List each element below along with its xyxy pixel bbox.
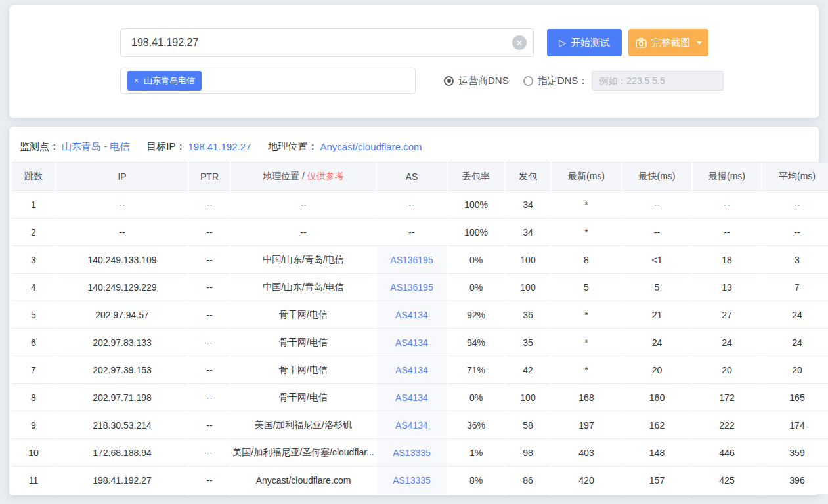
cell-avg: 20 [762, 356, 828, 384]
carrier-dns-label[interactable]: 运营商DNS [458, 75, 509, 87]
as-number-empty: -- [408, 200, 414, 210]
cell-hop: 1 [12, 191, 55, 219]
radio-checked-icon[interactable] [444, 76, 454, 86]
cell-latest: 197 [552, 411, 621, 439]
cell-avg: -- [762, 219, 828, 246]
cell-fastest: 157 [622, 467, 691, 494]
header-fastest: 最快(ms) [622, 162, 691, 191]
table-row: 3 140.249.133.109 -- 中国/山东/青岛/电信 AS13619… [12, 246, 828, 274]
cell-location: 中国/山东/青岛/电信 [231, 246, 376, 274]
carrier-dns-option[interactable]: 运营商DNS [444, 75, 509, 87]
table-row: 11 198.41.192.27 -- Anycast/cloudflare.c… [12, 467, 828, 494]
table-row: 10 172.68.188.94 -- 美国/加利福尼亚/圣何塞/cloudfl… [12, 439, 828, 467]
cell-loss: 0% [448, 246, 504, 274]
cell-sent: 100 [506, 246, 550, 274]
cell-slowest: -- [693, 191, 761, 219]
as-number-link[interactable]: AS4134 [395, 310, 428, 320]
cell-latest: 168 [552, 384, 621, 411]
custom-dns-label[interactable]: 指定DNS： [538, 75, 588, 87]
cell-avg: 24 [762, 301, 828, 329]
cell-latest: 403 [552, 439, 621, 467]
cell-sent: 34 [506, 219, 550, 246]
cell-fastest: 160 [622, 384, 691, 411]
cell-ip: 172.68.188.94 [56, 439, 188, 467]
as-number-link[interactable]: AS13335 [393, 448, 431, 458]
cell-as: AS13335 [377, 439, 447, 467]
cell-hop: 7 [12, 356, 55, 384]
cell-sent: 100 [506, 274, 550, 301]
cell-ptr: -- [189, 384, 230, 411]
cell-ip: 202.97.71.198 [56, 384, 188, 411]
cell-ip: 198.41.192.27 [56, 467, 188, 494]
header-hop: 跳数 [12, 162, 55, 191]
cell-avg: 7 [762, 274, 828, 301]
custom-dns-input[interactable] [592, 71, 724, 91]
cell-location: 骨干网/电信 [231, 301, 376, 329]
cell-as: AS4134 [377, 329, 447, 356]
header-sent: 发包 [506, 162, 550, 191]
header-location-main: 地理位置 / [263, 171, 307, 181]
cell-ip: 218.30.53.214 [56, 411, 188, 439]
as-number-link[interactable]: AS4134 [395, 420, 428, 430]
cell-location: -- [231, 191, 376, 219]
cell-hop: 3 [12, 246, 55, 274]
node-tag[interactable]: × 山东青岛电信 [127, 71, 202, 91]
cell-ptr: -- [189, 467, 230, 494]
cell-fastest: 20 [622, 356, 691, 384]
cell-as: AS136195 [377, 246, 447, 274]
cell-as: AS4134 [377, 356, 447, 384]
header-latest: 最新(ms) [552, 162, 621, 191]
cell-ip: 202.97.83.133 [56, 329, 188, 356]
as-number-link[interactable]: AS136195 [390, 282, 433, 293]
play-icon: ▷ [559, 38, 566, 47]
remove-tag-icon[interactable]: × [134, 77, 139, 85]
cell-avg: 165 [762, 384, 828, 411]
cell-slowest: 27 [693, 301, 761, 329]
cell-latest: * [552, 191, 621, 219]
start-test-label: 开始测试 [571, 37, 610, 49]
cell-latest: 420 [552, 467, 621, 494]
cell-as: AS4134 [377, 411, 447, 439]
clear-input-icon[interactable]: ✕ [512, 35, 527, 50]
as-number-link[interactable]: AS136195 [390, 255, 433, 265]
cell-loss: 36% [448, 411, 504, 439]
cell-slowest: 222 [693, 411, 761, 439]
cell-location: 中国/山东/青岛/电信 [231, 274, 376, 301]
cell-location: 美国/加利福尼亚/圣何塞/cloudflar... [231, 439, 376, 467]
target-ip-input[interactable] [120, 28, 534, 57]
cell-avg: 24 [762, 329, 828, 356]
cell-ip: 140.249.129.229 [56, 274, 188, 301]
header-avg: 平均(ms) [762, 162, 828, 191]
cell-avg: -- [762, 191, 828, 219]
as-number-link[interactable]: AS4134 [395, 365, 428, 375]
cell-latest: 5 [552, 274, 621, 301]
monitor-value: 山东青岛 - 电信 [62, 140, 129, 153]
cell-location: Anycast/cloudflare.com [231, 467, 376, 494]
start-test-button[interactable]: ▷ 开始测试 [547, 29, 622, 56]
cell-ptr: -- [189, 246, 230, 274]
test-toolbar-card: ✕ ▷ 开始测试 完整截图 × 山东青岛电信 运营商DNS 指定DNS： [9, 5, 819, 118]
cell-fastest: 148 [622, 439, 691, 467]
table-row: 7 202.97.39.153 -- 骨干网/电信 AS4134 71% 42 … [12, 356, 828, 384]
cell-loss: 0% [448, 384, 504, 411]
cell-as: -- [377, 219, 447, 246]
as-number-link[interactable]: AS4134 [395, 392, 428, 403]
cell-latest: * [552, 329, 621, 356]
node-select-input[interactable]: × 山东青岛电信 [120, 68, 416, 94]
cell-avg: 174 [762, 411, 828, 439]
as-number-link[interactable]: AS13335 [393, 475, 431, 486]
cell-as: -- [377, 191, 447, 219]
cell-sent: 42 [506, 356, 550, 384]
cell-ptr: -- [189, 274, 230, 301]
cell-slowest: 13 [693, 274, 761, 301]
radio-unchecked-icon[interactable] [523, 76, 533, 86]
cell-sent: 34 [506, 191, 550, 219]
custom-dns-option[interactable]: 指定DNS： [523, 75, 588, 87]
hops-table-wrap: 跳数 IP PTR 地理位置 / 仅供参考 AS 丢包率 发包 最新(ms) 最… [9, 153, 819, 494]
full-screenshot-button[interactable]: 完整截图 [628, 29, 708, 56]
as-number-link[interactable]: AS4134 [395, 337, 428, 348]
cell-avg: 396 [762, 467, 828, 494]
cell-sent: 86 [506, 467, 550, 494]
cell-fastest: 24 [622, 329, 691, 356]
cell-hop: 2 [12, 219, 55, 246]
